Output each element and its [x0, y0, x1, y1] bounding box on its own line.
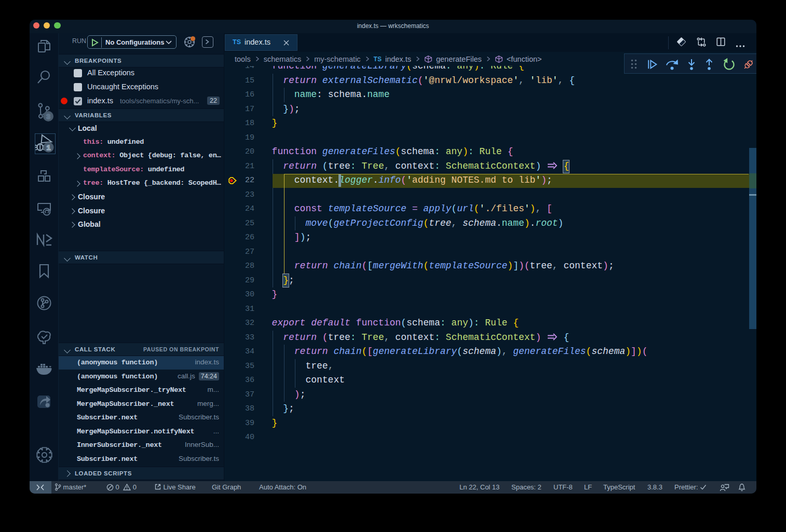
- svg-text:3: 3: [46, 113, 50, 120]
- svg-text:1: 1: [47, 144, 51, 152]
